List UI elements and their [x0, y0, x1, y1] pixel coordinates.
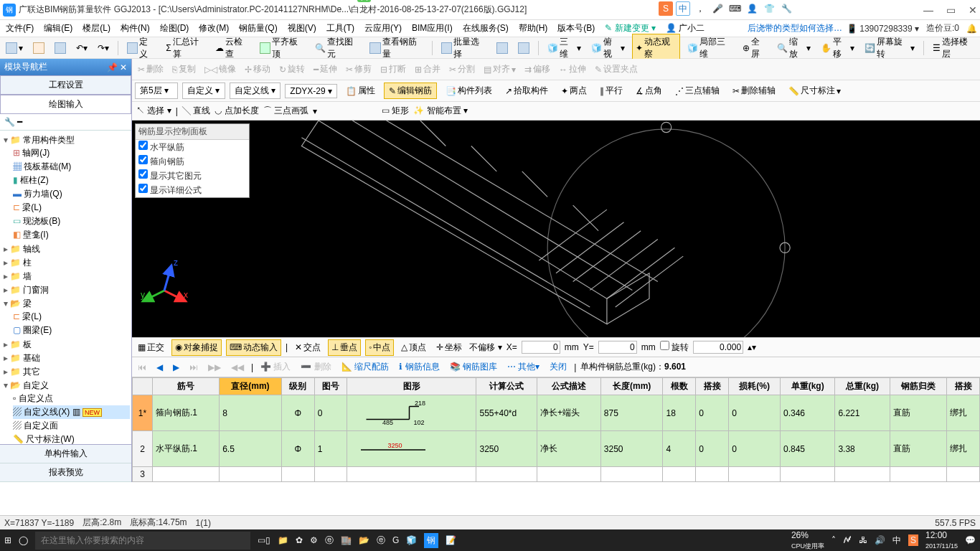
sum-button[interactable]: Σ 汇总计算 [163, 34, 208, 62]
prev-button[interactable]: ◀ [154, 361, 166, 374]
split-button[interactable]: ✂ 分割 [446, 62, 478, 77]
align-button[interactable]: ▤ 对齐▾ [481, 62, 519, 77]
task-icon-active[interactable]: 钢 [424, 533, 438, 548]
perp-button[interactable]: ⊥ 垂点 [328, 339, 361, 356]
rect-tool[interactable]: ▭ 矩形 [382, 105, 409, 117]
first-button[interactable]: ⏮ [135, 361, 149, 374]
stretch-button[interactable]: ↔ 拉伸 [556, 62, 589, 77]
y-input[interactable] [598, 341, 637, 354]
arc3-tool[interactable]: ⌒ 三点画弧 [263, 105, 308, 117]
draw-combo[interactable]: ▾ [313, 106, 377, 116]
last-button[interactable]: ⏭ [187, 361, 201, 374]
3d-viewport[interactable]: 钢筋显示控制面板 水平纵筋 箍向钢筋 显示其它图元 显示详细公式 [132, 121, 980, 337]
coord-button[interactable]: ✛ 坐标 [433, 340, 465, 355]
fullscreen-button[interactable]: ⊕ 全屏 [740, 34, 770, 62]
btn-2[interactable] [515, 41, 532, 55]
3d-button[interactable]: 🧊 三维▾ [545, 34, 584, 62]
point-angle-button[interactable]: ∡ 点角 [631, 83, 666, 98]
task-view-icon[interactable]: ▭▯ [258, 535, 270, 545]
other-button[interactable]: ⋯ 其他▾ [504, 359, 542, 375]
col-dia[interactable]: 直径(mm) [220, 378, 282, 395]
save-button[interactable] [52, 41, 69, 55]
pick-button[interactable]: ↗ 拾取构件 [501, 83, 552, 98]
col-formula[interactable]: 计算公式 [476, 378, 537, 395]
tab-project-settings[interactable]: 工程设置 [0, 75, 131, 95]
trim-button[interactable]: ✂ 修剪 [343, 62, 374, 77]
del-button[interactable]: ➖ 删除 [298, 359, 334, 375]
insert-button[interactable]: ➕ 插入 [258, 359, 293, 375]
del-axis-button[interactable]: ✂ 删除辅轴 [728, 83, 780, 98]
dimension-button[interactable]: 📏 尺寸标注 ▾ [784, 83, 845, 98]
open-button[interactable] [30, 41, 47, 55]
col-tw[interactable]: 总重(kg) [835, 378, 890, 395]
task-icon[interactable]: ⚙ [310, 535, 318, 545]
cpu-meter[interactable]: 26%CPU使用率 [791, 530, 824, 551]
rot-spinner[interactable]: ▴▾ [748, 342, 756, 352]
task-icon[interactable]: ⓔ [377, 534, 385, 547]
rot-input[interactable] [693, 341, 743, 354]
close-grid-button[interactable]: 关闭 [547, 359, 570, 375]
col-desc[interactable]: 公式描述 [537, 378, 600, 395]
parallel-button[interactable]: ∥ 平行 [595, 83, 627, 98]
minimize-button[interactable]: — [923, 4, 933, 16]
arc-tool[interactable]: ◡ 点加长度 [215, 105, 258, 117]
tab-report[interactable]: 报表预览 [0, 463, 131, 482]
vertex-button[interactable]: △ 顶点 [398, 340, 429, 355]
cloud-check-button[interactable]: ☁ 云检查 [212, 34, 253, 62]
help-link[interactable]: 后浇带的类型如何选择… [748, 22, 842, 34]
line-combo[interactable]: 自定义线 ▾ [230, 83, 281, 99]
mid-button[interactable]: ◦ 中点 [365, 339, 394, 356]
pin-icon[interactable]: 📌 [107, 62, 118, 72]
col-tu[interactable]: 图号 [314, 378, 347, 395]
x-input[interactable] [522, 341, 560, 354]
floor-combo[interactable]: 第5层 ▾ [135, 83, 178, 99]
component-tree[interactable]: ▾📁 常用构件类型 ⊞ 轴网(J) ▦ 筏板基础(M) ▮ 框柱(Z) ▬ 剪力… [1, 133, 130, 444]
tray-notif-icon[interactable]: 💬 [965, 535, 976, 545]
batch-select-button[interactable]: 批量选择 [438, 34, 489, 62]
offset-combo[interactable]: 不偏移 ▾ [469, 342, 501, 354]
intersect-button[interactable]: ✕ 交点 [292, 340, 324, 355]
col-qty[interactable]: 根数 [663, 378, 696, 395]
rebar-grid[interactable]: 筋号 直径(mm) 级别 图号 图形 计算公式 公式描述 长度(mm) 根数 搭… [132, 377, 980, 482]
extend-button[interactable]: ━ 延伸 [311, 62, 340, 77]
grip-button[interactable]: ✎ 设置夹点 [592, 62, 641, 77]
tab-draw-input[interactable]: 绘图输入 [0, 95, 131, 114]
view-rebar-button[interactable]: 查看钢筋量 [367, 34, 426, 62]
break-button[interactable]: ⊟ 打断 [377, 62, 409, 77]
col-loss[interactable]: 损耗(%) [729, 378, 781, 395]
screen-rotate-button[interactable]: 🔄 屏幕旋转▾ [862, 34, 918, 62]
redo-button[interactable]: ↷▾ [95, 42, 112, 55]
edit-rebar-button[interactable]: ✎ 编辑钢筋 [384, 83, 437, 99]
tray-battery-icon[interactable]: 🗲 [843, 535, 852, 545]
col-shape[interactable]: 图形 [347, 378, 476, 395]
smart-tool[interactable]: ✨ 智能布置 ▾ [413, 105, 468, 117]
ime-lang[interactable]: 中 [676, 1, 690, 16]
three-point-button[interactable]: ⋰ 三点辅轴 [671, 83, 724, 98]
task-icon[interactable]: ⓔ [325, 534, 334, 547]
nav1[interactable]: ▶▶ [205, 361, 224, 374]
next-button[interactable]: ▶ [170, 361, 182, 374]
tray-net-icon[interactable]: 🖧 [859, 535, 867, 545]
rebar-lib-button[interactable]: 📚 钢筋图库 [447, 359, 500, 375]
tray-up-icon[interactable]: ˄ [831, 535, 836, 545]
define-button[interactable]: 定义 [124, 34, 159, 62]
undo-button[interactable]: ↶▾ [73, 42, 90, 55]
select-tool[interactable]: ↖ 选择 ▾ [136, 105, 171, 117]
find-elem-button[interactable]: 🔍 查找图元 [312, 34, 362, 62]
delete-button[interactable]: ✂ 删除 [135, 62, 166, 77]
code-combo[interactable]: ZDYX-29 ▾ [285, 84, 337, 98]
orbit-button[interactable]: ✦ 动态观察 [632, 34, 680, 62]
property-button[interactable]: 📋 属性 [341, 83, 380, 98]
ime-skin-icon[interactable]: 👕 [762, 1, 776, 16]
ime-punct-icon[interactable]: ， [693, 1, 707, 16]
btn-1[interactable] [494, 41, 511, 55]
offset-button[interactable]: ⇉ 偏移 [522, 62, 553, 77]
maximize-button[interactable]: ▭ [946, 4, 956, 16]
scale-button[interactable]: 📐 缩尺配筋 [339, 359, 392, 375]
col-uw[interactable]: 单重(kg) [780, 378, 834, 395]
flat-top-button[interactable]: 平齐板顶 [257, 34, 308, 62]
two-point-button[interactable]: ✦ 两点 [557, 83, 591, 98]
copy-button[interactable]: ⎘ 复制 [169, 62, 199, 77]
ortho-button[interactable]: ▦ 正交 [135, 340, 167, 355]
col-cat[interactable]: 钢筋归类 [890, 378, 946, 395]
